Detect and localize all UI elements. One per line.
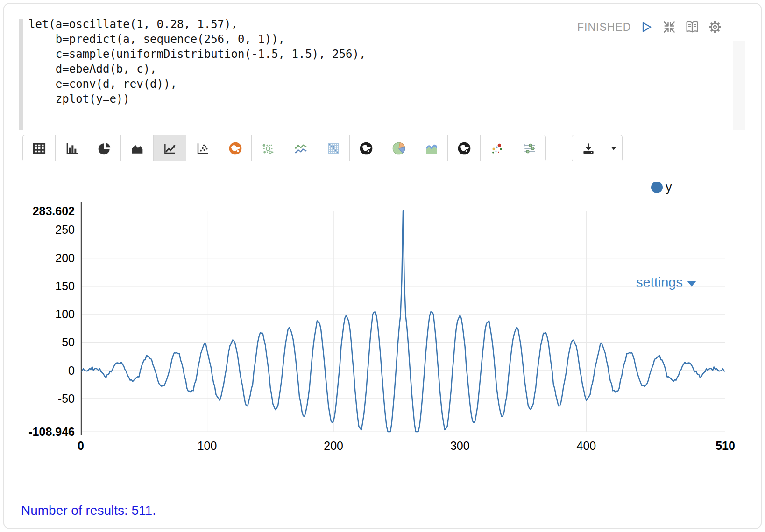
status-badge: FINISHED [577,21,631,34]
chart-type-pie-button[interactable] [88,135,121,161]
y-axis-labels: 283.602250200150100500-50-108.946 [0,211,75,432]
pie-color-icon [391,141,406,156]
bar-chart-icon [64,141,79,156]
collapse-button[interactable] [662,20,677,35]
chart-type-group [22,135,546,161]
download-options-button[interactable] [605,135,623,161]
chart-type-scatter-color-button[interactable] [480,135,513,161]
chart-type-bar-button[interactable] [55,135,88,161]
line-chart-icon [163,141,177,156]
chart-type-scatter-button[interactable] [186,135,219,161]
x-axis-labels: 0100200300400510 [81,439,725,454]
plot-canvas [81,211,725,432]
globe-black2-icon [457,141,472,156]
x-tick-label: 300 [450,439,470,453]
paragraph-header: FINISHED [577,20,722,35]
chart-type-pie-color-button[interactable] [382,135,415,161]
chart-type-globe1-button[interactable] [349,135,382,161]
scatter-color-icon [489,141,504,156]
x-tick-label: 100 [198,439,217,453]
y-tick-label: 50 [62,336,75,349]
y-tick-label: -50 [58,392,75,405]
y-tick-label: 250 [55,223,75,237]
scatter-chart-icon [195,141,210,156]
compress-icon [662,20,676,34]
y-tick-label: 100 [55,308,75,321]
chart-type-globe2-button[interactable] [447,135,481,161]
gear-icon [708,20,722,35]
notebook-paragraph: let(a=oscillate(1, 0.28, 1.57), b=predic… [0,0,765,532]
y-tick-label: 150 [55,279,75,293]
y-tick-label: 200 [55,251,75,265]
parallel-sliders-icon [522,141,537,156]
globe-orange-icon [228,141,243,156]
settings-gear-button[interactable] [708,20,722,35]
chart-type-table-button[interactable] [22,135,56,161]
x-tick-label: 0 [78,439,84,453]
chart-type-map-orange-button[interactable] [219,135,252,161]
pie-chart-icon [97,141,112,156]
book-icon [685,20,700,35]
table-icon [32,141,47,156]
legend-dot [651,182,663,193]
legend-label: y [666,180,672,195]
caret-down-icon [609,144,618,153]
y-tick-label: -108.946 [28,425,75,439]
editor-gutter [19,19,23,130]
chart-type-area-button[interactable] [120,135,154,161]
punchcard-icon [261,141,276,156]
multi-line-icon [293,141,308,156]
area-chart-icon [130,141,145,156]
chart-type-line-button[interactable] [153,135,186,161]
chart-type-punchcard-button[interactable] [251,135,284,161]
x-tick-label: 510 [715,439,735,453]
x-tick-label: 200 [324,439,343,453]
result-summary: Number of results: 511. [21,503,156,518]
download-button[interactable] [572,135,605,161]
play-icon [640,21,653,34]
download-group [572,135,623,161]
show-editor-button[interactable] [685,20,700,35]
download-icon [581,141,595,155]
chart-toolbar: settings [0,135,765,162]
chart-type-area-color-button[interactable] [415,135,448,161]
y-tick-label: 283.602 [33,204,75,218]
chart-type-matrix-button[interactable] [317,135,350,161]
chart-type-multiline-button[interactable] [284,135,317,161]
matrix-icon [326,141,341,156]
x-tick-label: 400 [576,439,596,453]
run-button[interactable] [639,20,654,35]
legend-item-y[interactable]: y [651,180,672,195]
code-editor[interactable]: let(a=oscillate(1, 0.28, 1.57), b=predic… [28,17,366,106]
chart-type-sliders-button[interactable] [513,135,546,161]
y-tick-label: 0 [68,364,75,377]
globe-black-icon [359,141,374,156]
area-color-icon [424,141,439,156]
line-plot[interactable] [81,211,725,432]
editor-scrollbar[interactable] [733,41,745,130]
